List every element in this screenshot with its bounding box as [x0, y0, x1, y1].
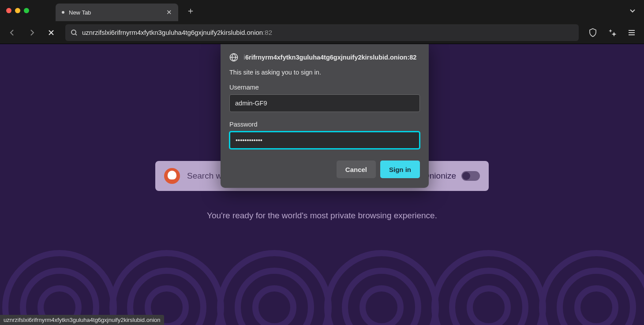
auth-header: i6rifrnyrm4xfytkn3guluha4tg6gxjnuify2kir…: [229, 53, 420, 62]
globe-icon: [229, 53, 238, 62]
maximize-window-button[interactable]: [24, 8, 29, 13]
svg-point-0: [71, 30, 76, 34]
new-tab-button[interactable]: ＋: [184, 4, 197, 17]
onionize-toggle[interactable]: [461, 171, 480, 181]
list-all-tabs-button[interactable]: [629, 7, 636, 14]
tab-title: New Tab: [69, 9, 162, 16]
tagline-text: You're ready for the world's most privat…: [207, 211, 437, 220]
duckduckgo-logo-icon: [164, 168, 180, 184]
signin-button[interactable]: Sign in: [380, 161, 420, 178]
menu-button[interactable]: [624, 25, 640, 41]
url-text: uznrzifslxi6rifrnyrm4xfytkn3guluha4tg6gx…: [82, 29, 573, 36]
username-input[interactable]: [229, 94, 420, 112]
tab-strip: New Tab ✕ ＋: [56, 0, 197, 21]
background-decoration: [0, 237, 644, 325]
back-button[interactable]: [4, 25, 20, 41]
titlebar: New Tab ✕ ＋: [0, 0, 644, 21]
navigation-toolbar: uznrzifslxi6rifrnyrm4xfytkn3guluha4tg6gx…: [0, 21, 644, 44]
auth-host: i6rifrnyrm4xfytkn3guluha4tg6gxjnuify2kir…: [243, 54, 416, 61]
username-label: Username: [229, 84, 420, 91]
stop-button[interactable]: [43, 25, 59, 41]
sparkle-icon[interactable]: [604, 25, 620, 41]
cancel-button[interactable]: Cancel: [337, 161, 376, 178]
password-label: Password: [229, 121, 420, 128]
close-window-button[interactable]: [6, 8, 11, 13]
page-content: Search w Onionize You're ready for the w…: [0, 44, 644, 325]
auth-button-row: Cancel Sign in: [229, 161, 420, 178]
loading-dot-icon: [62, 11, 64, 14]
minimize-window-button[interactable]: [15, 8, 20, 13]
shield-icon[interactable]: [585, 25, 601, 41]
forward-button[interactable]: [24, 25, 40, 41]
auth-message: This site is asking you to sign in.: [229, 69, 420, 76]
close-tab-button[interactable]: ✕: [166, 8, 172, 16]
status-bar: uznrzifslxi6rifrnyrm4xfytkn3guluha4tg6gx…: [0, 315, 164, 325]
window-controls: [6, 8, 29, 13]
tab-new-tab[interactable]: New Tab ✕: [56, 4, 178, 21]
address-bar[interactable]: uznrzifslxi6rifrnyrm4xfytkn3guluha4tg6gx…: [65, 24, 579, 41]
onionize-control: Onionize: [423, 171, 480, 181]
http-auth-dialog: i6rifrnyrm4xfytkn3guluha4tg6gxjnuify2kir…: [221, 44, 429, 188]
search-icon: [71, 29, 78, 36]
password-input[interactable]: [229, 131, 420, 149]
